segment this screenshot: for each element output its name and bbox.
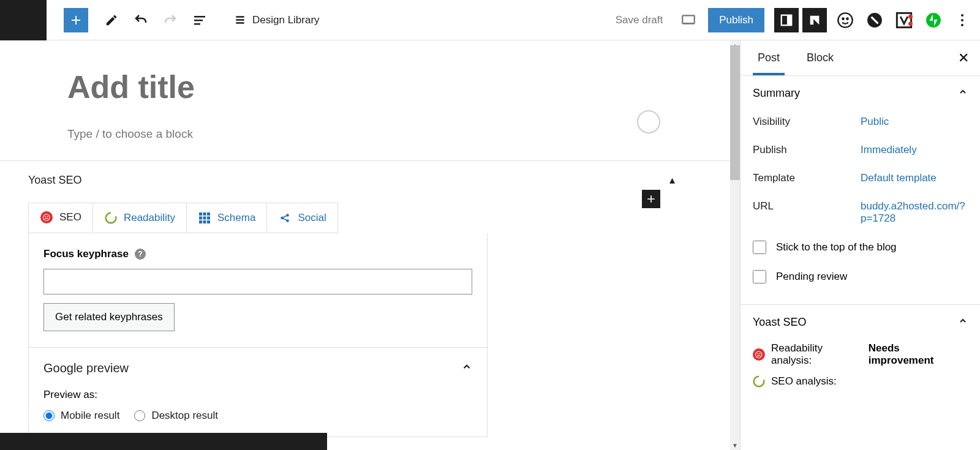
svg-rect-18 — [203, 212, 206, 216]
url-value[interactable]: buddy.a2hosted.com/?p=1728 — [861, 200, 968, 225]
block-plugin-icon[interactable] — [864, 9, 886, 31]
svg-rect-19 — [207, 212, 210, 216]
sidebar-yoast-panel: Yoast SEO ☹ Readability analysis: Needs … — [741, 305, 980, 399]
svg-rect-20 — [199, 217, 202, 220]
tab-post[interactable]: Post — [753, 51, 785, 75]
svg-point-15 — [961, 19, 963, 21]
undo-icon[interactable] — [129, 8, 153, 32]
block-prompt[interactable]: Type / to choose a block — [67, 127, 673, 141]
add-block-inline-button[interactable] — [642, 190, 660, 208]
tab-readability-label: Readability — [124, 212, 175, 224]
seo-analysis-row[interactable]: SEO analysis: — [753, 375, 968, 388]
related-keyphrases-button[interactable]: Get related keyphrases — [43, 303, 175, 331]
svg-point-16 — [961, 24, 963, 26]
summary-panel: Summary Visibility Public Publish Immedi… — [741, 76, 980, 305]
loading-icon — [753, 375, 765, 388]
focus-keyphrase-input[interactable] — [43, 269, 472, 294]
url-label: URL — [753, 200, 861, 225]
editor-canvas: ▲ ▼ Type / to choose a block Yoast SEO ▴… — [0, 40, 740, 450]
desktop-result-radio[interactable]: Desktop result — [134, 410, 218, 422]
tab-readability[interactable]: Readability — [93, 203, 187, 233]
tab-schema-label: Schema — [217, 212, 255, 224]
title-area — [0, 40, 740, 105]
svg-rect-21 — [203, 217, 206, 220]
publish-row: Publish Immediately — [753, 144, 968, 156]
pending-checkbox[interactable]: Pending review — [753, 270, 968, 283]
preview-icon[interactable] — [676, 8, 701, 32]
google-preview-section: Google preview Preview as: Mobile result… — [29, 347, 487, 422]
url-row: URL buddy.a2hosted.com/?p=1728 — [753, 200, 968, 225]
design-library-label: Design Library — [252, 14, 320, 26]
sad-face-icon: ☹ — [40, 211, 53, 224]
redo-icon[interactable] — [158, 8, 183, 32]
visibility-label: Visibility — [753, 116, 861, 128]
template-row: Template Default template — [753, 172, 968, 184]
google-preview-header[interactable]: Google preview — [43, 361, 472, 375]
add-block-toggle[interactable] — [64, 8, 88, 32]
template-value[interactable]: Default template — [861, 172, 968, 184]
wp-logo[interactable] — [0, 0, 47, 40]
svg-point-14 — [961, 14, 963, 17]
settings-sidebar: Post Block ✕ Summary Visibility Public P… — [740, 40, 980, 450]
stick-checkbox[interactable]: Stick to the top of the blog — [753, 241, 968, 254]
svg-rect-17 — [199, 212, 202, 216]
seo-analysis-label: SEO analysis: — [771, 375, 837, 388]
svg-rect-2 — [194, 23, 200, 25]
preview-as-label: Preview as: — [43, 389, 472, 401]
publish-button[interactable]: Publish — [708, 8, 764, 32]
sad-face-icon: ☹ — [753, 348, 765, 361]
yoast-title: Yoast SEO — [28, 174, 81, 187]
jetpack-icon[interactable] — [922, 9, 944, 31]
settings-sidebar-toggle[interactable] — [774, 8, 799, 32]
readability-status: Needs improvement — [869, 342, 968, 367]
summary-header[interactable]: Summary — [753, 87, 968, 100]
collapse-icon: ▴ — [669, 173, 675, 187]
chevron-up-icon — [958, 87, 968, 100]
more-options-icon[interactable] — [953, 8, 971, 32]
share-icon — [278, 211, 292, 225]
mobile-result-radio[interactable]: Mobile result — [43, 410, 119, 422]
yoast-seo-panel: Focus keyphrase ? Get related keyphrases… — [28, 233, 488, 437]
post-title-input[interactable] — [67, 69, 557, 105]
scrollbar-thumb[interactable] — [730, 45, 740, 180]
publish-label: Publish — [753, 144, 861, 156]
focus-keyphrase-label: Focus keyphrase ? — [43, 248, 472, 260]
design-library-button[interactable]: Design Library — [234, 14, 320, 26]
tab-seo[interactable]: ☹ SEO — [29, 203, 93, 233]
bottom-bar — [0, 433, 327, 450]
document-overview-icon[interactable] — [187, 8, 212, 32]
readability-analysis-row[interactable]: ☹ Readability analysis: Needs improvemen… — [753, 342, 968, 367]
svg-rect-0 — [194, 16, 205, 18]
yoast-tabs: ☹ SEO Readability Schema Social — [28, 203, 338, 233]
tab-block[interactable]: Block — [802, 51, 839, 64]
loading-icon — [104, 211, 118, 225]
close-sidebar-icon[interactable]: ✕ — [958, 50, 969, 66]
tab-social-label: Social — [298, 212, 326, 224]
chevron-up-icon — [958, 316, 968, 329]
svg-rect-1 — [194, 20, 203, 21]
avatar — [637, 110, 660, 133]
help-icon[interactable]: ? — [135, 249, 146, 260]
svg-point-8 — [846, 18, 848, 19]
yoast-icon[interactable] — [893, 9, 915, 31]
svg-point-11 — [908, 14, 913, 18]
svg-point-12 — [908, 21, 913, 26]
save-draft-button[interactable]: Save draft — [616, 14, 663, 26]
svg-rect-23 — [199, 220, 202, 223]
visibility-value[interactable]: Public — [861, 116, 968, 128]
svg-point-6 — [838, 13, 852, 27]
plugin-panel-icon[interactable] — [802, 8, 827, 32]
tab-social[interactable]: Social — [267, 203, 337, 233]
mailchimp-icon[interactable] — [834, 9, 856, 31]
svg-point-13 — [926, 13, 941, 28]
yoast-metabox-header[interactable]: Yoast SEO ▴ — [28, 173, 712, 187]
visibility-row: Visibility Public — [753, 116, 968, 128]
scrollbar-track[interactable]: ▲ ▼ — [730, 40, 740, 450]
main-area: ▲ ▼ Type / to choose a block Yoast SEO ▴… — [0, 40, 980, 450]
publish-value[interactable]: Immediately — [861, 144, 968, 156]
sidebar-yoast-header[interactable]: Yoast SEO — [753, 316, 968, 329]
tab-schema[interactable]: Schema — [187, 203, 267, 233]
scroll-down-icon[interactable]: ▼ — [730, 440, 740, 450]
sidebar-tabs: Post Block ✕ — [741, 40, 980, 76]
edit-icon[interactable] — [99, 8, 124, 32]
